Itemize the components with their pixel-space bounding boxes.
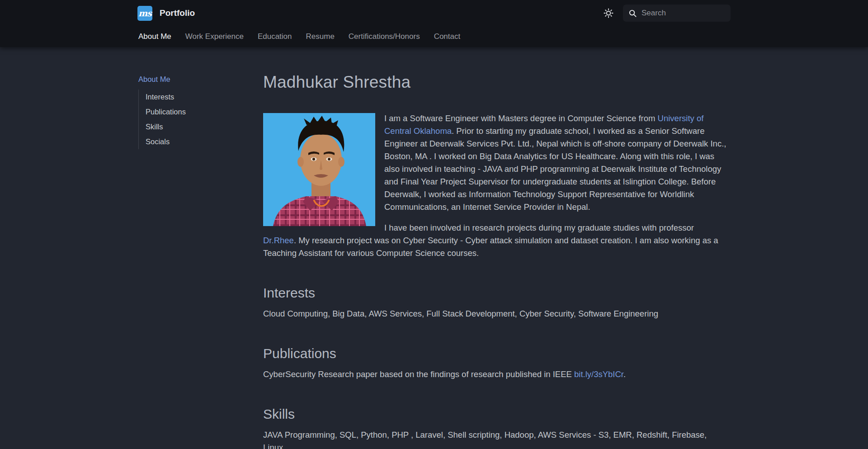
section-interests: Interests Cloud Computing, Big Data, AWS… xyxy=(263,285,728,320)
tab-resume[interactable]: Resume xyxy=(305,30,335,43)
tab-education[interactable]: Education xyxy=(257,30,293,43)
theme-toggle-button[interactable] xyxy=(601,6,616,20)
search-box[interactable] xyxy=(623,5,731,22)
bio-block: I am a Software Engineer with Masters de… xyxy=(263,112,728,260)
search-icon xyxy=(628,9,637,18)
navbar-top-row: ms Portfolio xyxy=(136,0,732,26)
page-title: Madhukar Shrestha xyxy=(263,72,728,92)
sidebar-item-interests[interactable]: Interests xyxy=(139,90,254,104)
page-container: About Me Interests Publications Skills S… xyxy=(136,47,732,449)
sidebar-item-socials[interactable]: Socials xyxy=(139,134,254,149)
main-content: Madhukar Shrestha xyxy=(263,47,732,449)
text-segment: . xyxy=(623,369,626,379)
inline-link[interactable]: Dr.Rhee xyxy=(263,236,294,245)
bio-paragraph-2: I have been involved in research project… xyxy=(263,222,728,260)
sidebar-item-publications[interactable]: Publications xyxy=(139,104,254,119)
text-segment: Cloud Computing, Big Data, AWS Services,… xyxy=(263,309,658,318)
text-segment: JAVA Programming, SQL, Python, PHP , Lar… xyxy=(263,430,707,449)
section-text-skills: JAVA Programming, SQL, Python, PHP , Lar… xyxy=(263,429,728,449)
navbar-tabs: About Me Work Experience Education Resum… xyxy=(136,26,732,47)
tab-work-experience[interactable]: Work Experience xyxy=(184,30,245,43)
section-text-publications: CyberSecurity Research paper based on th… xyxy=(263,368,728,381)
sun-icon xyxy=(603,8,614,19)
navbar: ms Portfolio xyxy=(0,0,868,47)
sidebar: About Me Interests Publications Skills S… xyxy=(136,47,263,149)
text-segment: I am a Software Engineer with Masters de… xyxy=(384,113,658,123)
tab-contact[interactable]: Contact xyxy=(433,30,462,43)
text-segment: I have been involved in research project… xyxy=(384,223,694,232)
profile-photo xyxy=(263,113,375,226)
sidebar-item-about-me[interactable]: About Me xyxy=(138,75,254,84)
section-heading-interests: Interests xyxy=(263,285,728,301)
text-segment: . Prior to starting my graduate school, … xyxy=(384,126,726,212)
section-heading-skills: Skills xyxy=(263,406,728,422)
sidebar-item-skills[interactable]: Skills xyxy=(139,119,254,134)
inline-link[interactable]: bit.ly/3sYbICr xyxy=(574,369,623,379)
site-title[interactable]: Portfolio xyxy=(160,8,195,18)
text-segment: . My research project was on Cyber Secur… xyxy=(263,236,718,258)
site-logo[interactable]: ms xyxy=(137,6,152,21)
search-input[interactable] xyxy=(642,9,718,18)
section-skills: Skills JAVA Programming, SQL, Python, PH… xyxy=(263,406,728,449)
section-heading-publications: Publications xyxy=(263,345,728,362)
section-publications: Publications CyberSecurity Research pape… xyxy=(263,345,728,381)
text-segment: CyberSecurity Research paper based on th… xyxy=(263,369,574,379)
tab-about-me[interactable]: About Me xyxy=(137,30,172,43)
tab-certifications-honors[interactable]: Certifications/Honors xyxy=(348,30,421,43)
section-text-interests: Cloud Computing, Big Data, AWS Services,… xyxy=(263,307,728,320)
sidebar-sub-list: Interests Publications Skills Socials xyxy=(138,90,254,149)
